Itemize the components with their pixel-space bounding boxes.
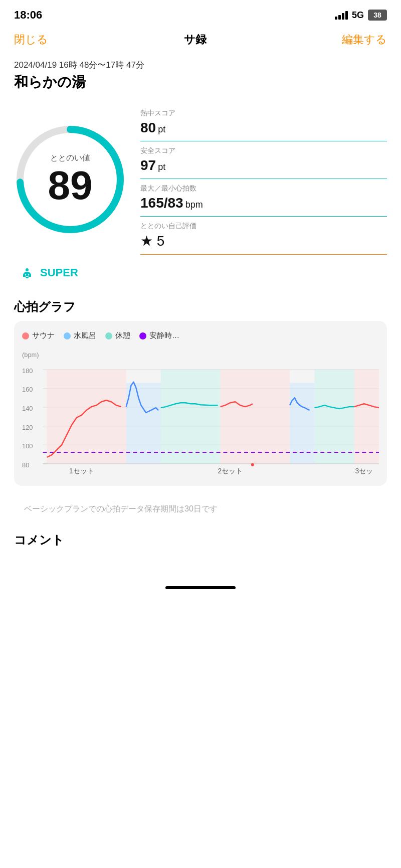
- svg-text:1セット: 1セット: [69, 467, 94, 475]
- svg-text:100: 100: [22, 442, 33, 450]
- svg-text:3セッ: 3セッ: [355, 467, 373, 475]
- battery-icon: 38: [368, 10, 387, 21]
- heat-score-value: 80pt: [140, 120, 387, 136]
- super-badge: SUPER: [0, 265, 401, 291]
- safe-score-label: 安全スコア: [140, 146, 387, 155]
- info-box: ベーシックプランでの心拍データ保存期間は30日です: [14, 496, 387, 522]
- svg-text:180: 180: [22, 367, 33, 375]
- info-text: ベーシックプランでの心拍データ保存期間は30日です: [24, 503, 377, 515]
- session-date: 2024/04/19 16時 48分〜17時 47分: [14, 59, 387, 71]
- hr-score-label: 最大／最小心拍数: [140, 184, 387, 193]
- circle-value: 89: [48, 165, 93, 206]
- graph-title: 心拍グラフ: [14, 299, 387, 315]
- svg-point-2: [26, 268, 29, 271]
- status-icons: 5G 38: [335, 10, 387, 21]
- circle-label: ととのい値: [50, 153, 90, 163]
- date-section: 2024/04/19 16時 48分〜17時 47分 和らかの湯: [0, 55, 401, 94]
- svg-point-28: [251, 463, 254, 466]
- chart-svg: (bpm) 180 160 140 120 100 80: [22, 348, 379, 478]
- legend-sauna: サウナ: [22, 331, 55, 340]
- edit-button[interactable]: 編集する: [342, 32, 387, 47]
- legend-dot-rest: [105, 332, 112, 339]
- legend-label-sauna: サウナ: [32, 331, 55, 340]
- legend-label-water: 水風呂: [74, 331, 96, 340]
- svg-rect-20: [47, 370, 126, 464]
- svg-text:160: 160: [22, 386, 33, 393]
- hr-score-item: 最大／最小心拍数 165/83bpm: [140, 179, 387, 217]
- graph-section: 心拍グラフ サウナ 水風呂 休憩 安静時…: [0, 291, 401, 490]
- self-score-label: ととのい自己評価: [140, 222, 387, 231]
- comment-title: コメント: [14, 532, 387, 548]
- svg-rect-25: [314, 370, 354, 464]
- svg-text:2セット: 2セット: [218, 467, 243, 475]
- session-place: 和らかの湯: [14, 73, 387, 92]
- safe-score-value: 97pt: [140, 157, 387, 173]
- svg-rect-21: [126, 383, 161, 464]
- nav-title: サ録: [184, 32, 207, 47]
- svg-rect-24: [290, 383, 314, 464]
- heart-rate-chart: (bpm) 180 160 140 120 100 80: [22, 348, 379, 478]
- self-score-item: ととのい自己評価 ★ 5: [140, 217, 387, 255]
- graph-card: サウナ 水風呂 休憩 安静時… (bpm) 180 160 140: [14, 321, 387, 486]
- score-section: ととのい値 89 熱中スコア 80pt 安全スコア 97pt 最大／最小心拍数 …: [0, 94, 401, 265]
- svg-text:80: 80: [22, 461, 29, 469]
- bottom-bar: [0, 578, 401, 593]
- status-time: 18:06: [14, 9, 42, 22]
- network-label: 5G: [352, 10, 364, 21]
- status-bar: 18:06 5G 38: [0, 0, 401, 27]
- hr-score-value: 165/83bpm: [140, 195, 387, 211]
- comment-section: コメント: [0, 522, 401, 548]
- svg-rect-22: [161, 370, 221, 464]
- svg-point-4: [25, 274, 26, 275]
- legend-dot-sauna: [22, 332, 29, 339]
- svg-rect-23: [221, 370, 290, 464]
- legend-water: 水風呂: [64, 331, 96, 340]
- super-label: SUPER: [40, 266, 78, 279]
- legend-static: 安静時…: [139, 331, 179, 340]
- svg-text:(bpm): (bpm): [22, 351, 39, 359]
- svg-text:140: 140: [22, 405, 33, 412]
- heat-score-label: 熱中スコア: [140, 109, 387, 118]
- circle-inner: ととのい値 89: [10, 119, 130, 240]
- svg-point-5: [28, 274, 29, 275]
- home-indicator: [165, 586, 236, 589]
- legend-dot-water: [64, 332, 71, 339]
- close-button[interactable]: 閉じる: [14, 32, 48, 47]
- legend-label-rest: 休憩: [115, 331, 130, 340]
- svg-rect-26: [354, 370, 379, 464]
- self-score-value: ★ 5: [140, 233, 387, 249]
- safe-score-item: 安全スコア 97pt: [140, 141, 387, 179]
- legend-rest: 休憩: [105, 331, 130, 340]
- score-circle: ととのい値 89: [10, 119, 130, 240]
- legend-label-static: 安静時…: [149, 331, 179, 340]
- nav-bar: 閉じる サ録 編集する: [0, 27, 401, 55]
- chart-legend: サウナ 水風呂 休憩 安静時…: [22, 331, 379, 340]
- legend-dot-static: [139, 332, 146, 339]
- signal-bars-icon: [335, 11, 348, 20]
- heat-score-item: 熱中スコア 80pt: [140, 104, 387, 141]
- bell-icon: [19, 265, 35, 281]
- score-details: 熱中スコア 80pt 安全スコア 97pt 最大／最小心拍数 165/83bpm…: [140, 104, 387, 255]
- svg-text:120: 120: [22, 424, 33, 431]
